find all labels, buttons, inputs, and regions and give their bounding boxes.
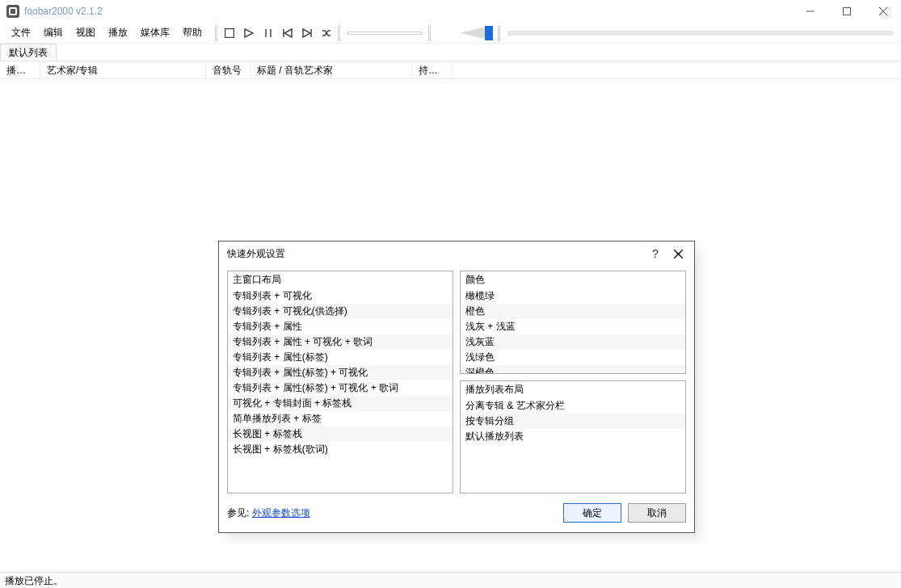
toolbar-grip [498, 25, 501, 41]
layout-item[interactable]: 专辑列表 + 可视化 [228, 288, 453, 304]
cancel-button[interactable]: 取消 [628, 503, 686, 523]
play-button[interactable] [240, 24, 258, 42]
col-duration[interactable]: 持续… [412, 61, 453, 78]
menu-edit[interactable]: 编辑 [37, 23, 69, 42]
random-button[interactable] [318, 24, 335, 42]
color-item[interactable]: 浅灰 + 浅蓝 [461, 319, 685, 334]
layout-item[interactable]: 长视图 + 标签栈(歌词) [228, 442, 453, 457]
svg-marker-5 [245, 29, 253, 37]
col-spacer [453, 61, 901, 78]
layout-item[interactable]: 专辑列表 + 属性(标签) + 可视化 + 歌词 [228, 380, 453, 396]
svg-marker-9 [284, 29, 292, 37]
minimize-button[interactable] [792, 0, 828, 23]
menu-help[interactable]: 帮助 [176, 23, 208, 42]
toolbar-grip [428, 25, 432, 41]
playlist-column-headers: 播放… 艺术家/专辑 音轨号 标题 / 音轨艺术家 持续… [0, 61, 901, 79]
appearance-options-link[interactable]: 外观参数选项 [252, 507, 310, 519]
group-header-pllayout: 播放列表布局 [461, 381, 685, 398]
maximize-button[interactable] [828, 0, 865, 23]
close-button[interactable] [865, 0, 901, 23]
volume-slider[interactable] [436, 26, 493, 40]
pllayout-list[interactable]: 分离专辑 & 艺术家分栏 按专辑分组 默认播放列表 [461, 398, 685, 493]
dialog-help-button[interactable]: ? [644, 247, 667, 260]
group-header-colors: 颜色 [461, 271, 685, 288]
status-text: 播放已停止。 [5, 575, 63, 586]
pllayout-item[interactable]: 默认播放列表 [461, 429, 685, 444]
menu-playback[interactable]: 播放 [102, 23, 134, 42]
menubar: 文件 编辑 视图 播放 媒体库 帮助 [0, 23, 213, 42]
col-artist-album[interactable]: 艺术家/专辑 [40, 61, 206, 78]
window-title: foobar2000 v2.1.2 [24, 6, 103, 17]
app-icon [6, 5, 19, 18]
ok-button[interactable]: 确定 [563, 503, 621, 523]
color-item[interactable]: 橙色 [461, 304, 685, 319]
group-header-layout: 主窗口布局 [228, 271, 453, 288]
group-playlist-layout: 播放列表布局 分离专辑 & 艺术家分栏 按专辑分组 默认播放列表 [460, 380, 686, 494]
status-bar: 播放已停止。 [0, 572, 901, 588]
toolbar [220, 24, 336, 42]
col-title-artist[interactable]: 标题 / 音轨艺术家 [251, 61, 412, 78]
prev-button[interactable] [279, 24, 297, 42]
svg-rect-1 [843, 8, 850, 15]
menu-view[interactable]: 视图 [69, 23, 102, 42]
col-trackno[interactable]: 音轨号 [206, 61, 251, 78]
color-item[interactable]: 深橙色 [461, 365, 685, 373]
stop-button[interactable] [221, 24, 238, 42]
progress-bar[interactable] [507, 31, 893, 36]
group-main-layout: 主窗口布局 专辑列表 + 可视化 专辑列表 + 可视化(供选择) 专辑列表 + … [227, 271, 453, 494]
tab-default-playlist[interactable]: 默认列表 [0, 44, 57, 61]
seek-bar[interactable] [347, 32, 422, 35]
layout-item[interactable]: 专辑列表 + 可视化(供选择) [228, 304, 453, 319]
layout-item[interactable]: 专辑列表 + 属性 [228, 319, 453, 334]
playlist-tabs: 默认列表 [0, 44, 901, 61]
pause-button[interactable] [259, 24, 277, 42]
col-playing[interactable]: 播放… [0, 61, 40, 78]
svg-rect-4 [225, 28, 234, 37]
layout-list[interactable]: 专辑列表 + 可视化 专辑列表 + 可视化(供选择) 专辑列表 + 属性 专辑列… [228, 288, 453, 493]
pllayout-item[interactable]: 分离专辑 & 艺术家分栏 [461, 398, 685, 414]
dialog-title: 快速外观设置 [227, 247, 644, 261]
playlist-area: 快速外观设置 ? 主窗口布局 专辑列表 + 可视化 专辑列表 + 可视化(供选择… [0, 79, 901, 572]
dialog-close-button[interactable] [667, 250, 689, 258]
menu-file[interactable]: 文件 [5, 23, 37, 42]
see-label: 参见: [227, 507, 249, 519]
group-colors: 颜色 橄榄绿 橙色 浅灰 + 浅蓝 浅灰蓝 浅绿色 深橙色 [460, 271, 686, 374]
toolbar-grip [215, 25, 218, 41]
dialog-footer: 参见: 外观参数选项 确定 取消 [219, 498, 694, 532]
volume-track-icon [436, 27, 485, 39]
colors-list[interactable]: 橄榄绿 橙色 浅灰 + 浅蓝 浅灰蓝 浅绿色 深橙色 [461, 288, 685, 373]
quick-appearance-dialog: 快速外观设置 ? 主窗口布局 专辑列表 + 可视化 专辑列表 + 可视化(供选择… [218, 241, 695, 533]
title-bar: foobar2000 v2.1.2 [0, 0, 901, 23]
color-item[interactable]: 浅绿色 [461, 350, 685, 365]
color-item[interactable]: 橄榄绿 [461, 288, 685, 304]
layout-item[interactable]: 可视化 + 专辑封面 + 标签栈 [228, 396, 453, 411]
toolbar-grip [338, 25, 341, 41]
volume-thumb[interactable] [485, 26, 493, 40]
pllayout-item[interactable]: 按专辑分组 [461, 414, 685, 429]
menubar-toolbar-row: 文件 编辑 视图 播放 媒体库 帮助 [0, 23, 901, 44]
layout-item[interactable]: 长视图 + 标签栈 [228, 426, 453, 442]
layout-item[interactable]: 专辑列表 + 属性 + 可视化 + 歌词 [228, 334, 453, 350]
color-item[interactable]: 浅灰蓝 [461, 334, 685, 350]
next-button[interactable] [298, 24, 316, 42]
layout-item[interactable]: 专辑列表 + 属性(标签) + 可视化 [228, 365, 453, 380]
menu-library[interactable]: 媒体库 [134, 23, 176, 42]
dialog-title-bar[interactable]: 快速外观设置 ? [219, 242, 694, 266]
svg-marker-10 [303, 29, 310, 37]
layout-item[interactable]: 专辑列表 + 属性(标签) [228, 350, 453, 365]
layout-item[interactable]: 简单播放列表 + 标签 [228, 411, 453, 426]
see-also: 参见: 外观参数选项 [227, 506, 310, 520]
